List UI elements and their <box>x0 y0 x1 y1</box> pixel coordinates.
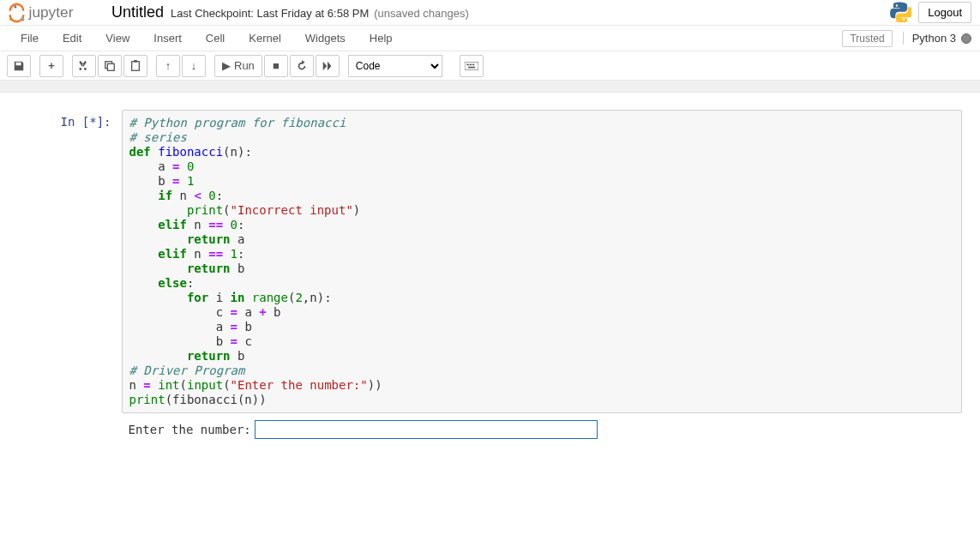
logout-button[interactable]: Logout <box>918 2 971 23</box>
output-area: Enter the number: <box>122 413 962 442</box>
python-icon <box>889 0 911 25</box>
svg-rect-12 <box>468 66 475 68</box>
move-up-button[interactable]: ↑ <box>156 55 180 77</box>
svg-point-1 <box>21 17 25 21</box>
stdin-prompt-label: Enter the number: <box>129 423 251 436</box>
toolbar-spacer <box>0 81 980 93</box>
kernel-busy-icon <box>961 33 971 44</box>
jupyter-logo[interactable]: jupyter <box>9 3 103 23</box>
cell-type-select[interactable]: Code <box>348 55 442 77</box>
insert-cell-button[interactable]: + <box>39 55 63 77</box>
svg-rect-8 <box>465 62 478 70</box>
copy-button[interactable] <box>98 55 122 77</box>
menu-edit[interactable]: Edit <box>51 27 93 50</box>
input-prompt: In [*]: <box>19 110 122 442</box>
autosave-status: (unsaved changes) <box>374 7 469 20</box>
code-input-area[interactable]: # Python program for fibonacci # series … <box>122 110 962 413</box>
notebook-title[interactable]: Untitled <box>111 3 164 21</box>
menu-file[interactable]: File <box>9 27 51 50</box>
paste-button[interactable] <box>123 55 147 77</box>
menubar: FileEditViewInsertCellKernelWidgetsHelp … <box>0 26 980 51</box>
svg-rect-5 <box>107 63 114 70</box>
stdin-input[interactable] <box>255 420 598 439</box>
menu-kernel[interactable]: Kernel <box>237 27 293 50</box>
svg-rect-9 <box>466 63 468 65</box>
notebook-header: jupyter Untitled Last Checkpoint: Last F… <box>0 0 980 26</box>
move-down-button[interactable]: ↓ <box>182 55 206 77</box>
toolbar: + ↑ ↓ ▶ Run ■ Code <box>0 51 980 81</box>
save-button[interactable] <box>7 55 31 77</box>
command-palette-button[interactable] <box>460 55 484 77</box>
svg-point-0 <box>14 5 16 8</box>
code-cell[interactable]: In [*]: # Python program for fibonacci #… <box>19 110 962 442</box>
title-area: Untitled Last Checkpoint: Last Friday at… <box>111 3 889 21</box>
menu-widgets[interactable]: Widgets <box>293 27 358 50</box>
checkpoint-status: Last Checkpoint: Last Friday at 6:58 PM <box>171 7 369 20</box>
interrupt-button[interactable]: ■ <box>264 55 288 77</box>
kernel-indicator[interactable]: Python 3 <box>903 32 971 45</box>
menu-cell[interactable]: Cell <box>194 27 237 50</box>
notebook-container: In [*]: # Python program for fibonacci #… <box>0 93 980 460</box>
run-label: Run <box>234 59 255 72</box>
menu-insert[interactable]: Insert <box>141 27 194 50</box>
svg-point-2 <box>9 18 12 21</box>
cut-button[interactable] <box>72 55 96 77</box>
svg-rect-6 <box>132 61 140 70</box>
restart-button[interactable] <box>290 55 314 77</box>
svg-rect-10 <box>469 63 471 65</box>
menu-help[interactable]: Help <box>358 27 405 50</box>
svg-rect-11 <box>472 63 474 65</box>
svg-rect-7 <box>134 60 137 63</box>
svg-text:jupyter: jupyter <box>28 3 74 21</box>
run-icon: ▶ <box>222 59 231 72</box>
trusted-indicator[interactable]: Trusted <box>842 30 892 47</box>
menu-view[interactable]: View <box>93 27 141 50</box>
run-button[interactable]: ▶ Run <box>214 55 262 77</box>
kernel-name-label: Python 3 <box>912 32 956 45</box>
restart-run-all-button[interactable] <box>316 55 340 77</box>
